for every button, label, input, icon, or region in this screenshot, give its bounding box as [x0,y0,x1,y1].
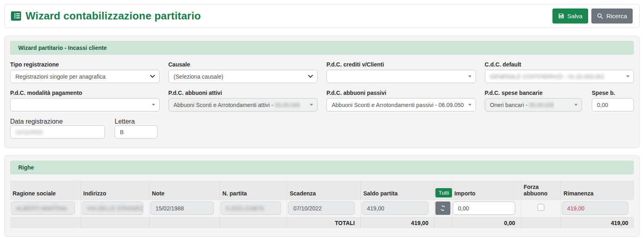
pdc-modalita-select[interactable] [10,98,160,111]
dropdown-triangle-icon [468,75,471,77]
col-saldo-partita: Saldo partita [360,181,434,200]
wizard-panel: Wizard partitario - Incassi cliente Tipo… [4,36,640,148]
tutti-button[interactable]: Tutti [435,188,452,197]
spese-b-label: Spese b. [592,90,634,96]
indirizzo-input: VIA DELLE STRANEZZE [82,202,143,215]
save-button[interactable]: Salva [552,9,589,24]
dropdown-triangle-icon [626,75,629,77]
dropdown-triangle-icon [310,104,313,106]
tipo-registrazione-label: Tipo registrazione [10,61,160,68]
pdc-abbuoni-passivi-select[interactable]: Abbuoni Sconti e Arrotondamenti passivi … [326,98,476,111]
totals-saldo-partita: 419,00 [360,218,434,229]
righe-panel-title: Righe [10,161,634,174]
totals-empty [149,218,220,229]
col-indirizzo: Indirizzo [81,181,149,200]
header-actions: Salva Ricerca [552,9,633,24]
cell-saldo-partita: 419,00 [360,200,434,218]
pdc-spese-bancarie-value: Oneri bancari - 06.06.026 [490,102,554,108]
wizard-form: Tipo registrazione Registrazioni singole… [10,61,634,139]
pdc-abbuoni-attivi-select[interactable]: Abbuoni Sconti e Arrotondamenti attivi -… [168,98,318,111]
rimanenza-input: 419,00 [562,202,628,215]
cell-scadenza: 07/10/2022 [287,200,361,218]
cell-ragione-sociale: ALBERTI MARTINA [10,200,81,218]
col-scadenza: Scadenza [287,181,361,200]
totals-empty [220,218,287,229]
causale-value: (Seleziona causale) [174,73,224,80]
form-row-3: Data registrazione 11/11/2022 Lettera B [10,118,634,139]
pdc-crediti-label: P.d.C. crediti v/Clienti [326,61,476,68]
lettera-label: Lettera [115,118,135,125]
cell-importo: 0,00 [452,200,521,218]
totals-empty [81,218,149,229]
totals-rimanenza: 419,00 [561,218,634,229]
righe-panel: Righe Ragione sociale Indirizzo Note N. … [4,155,640,237]
saldo-partita-input: 419,00 [362,202,429,215]
pdc-crediti-select[interactable] [326,70,476,83]
title-wrap: Wizard contabilizzazione partitario [11,10,201,22]
pdc-abbuoni-attivi-value: Abbuoni Sconti e Arrotondamenti attivi -… [174,102,300,108]
lettera-value: B [120,129,124,135]
cell-n-partita: 5.2022.019876 [220,200,287,218]
field-cdc-default: C.d.C. default GENERALE COSTI/SERVIZI - … [485,61,634,83]
page-title: Wizard contabilizzazione partitario [26,10,201,22]
n-partita-input: 5.2022.019876 [221,202,281,215]
causale-label: Causale [168,61,318,68]
causale-select[interactable]: (Seleziona causale) [168,70,318,83]
field-tipo-registrazione: Tipo registrazione Registrazioni singole… [10,61,160,83]
totals-empty [10,218,81,229]
col-importo: Importo [452,181,521,200]
dropdown-triangle-icon [468,104,471,106]
data-registrazione-label: Data registrazione [10,118,63,125]
totals-row: TOTALI 419,00 0,00 419,00 [10,218,634,229]
save-button-label: Salva [567,13,583,19]
note-input: 15/02/1988 [150,202,214,215]
pdc-spese-bancarie-select[interactable]: Oneri bancari - 06.06.026 [485,98,582,111]
search-button[interactable]: Ricerca [591,9,633,24]
spese-b-value: 0,00 [597,102,608,108]
totals-empty [434,218,452,229]
cell-note: 15/02/1988 [149,200,220,218]
dropdown-triangle-icon [574,104,578,106]
importo-input[interactable]: 0,00 [453,202,515,215]
cell-indirizzo: VIA DELLE STRANEZZE [81,200,149,218]
forza-abbuono-checkbox[interactable] [537,204,544,211]
tipo-registrazione-value: Registrazioni singole per anagrafica [15,73,106,80]
cdc-default-select[interactable]: GENERALE COSTI/SERVIZI - 01.02.003.001 [485,70,634,83]
col-tutti: Tutti [434,181,452,200]
col-rimanenza: Rimanenza [561,181,634,200]
field-pdc-modalita-pagamento: P.d.C. modalità pagamento [10,90,160,111]
field-causale: Causale (Seleziona causale) [168,61,318,83]
tipo-registrazione-select[interactable]: Registrazioni singole per anagrafica [10,70,160,83]
spese-b-input[interactable]: 0,00 [592,98,634,111]
chevron-down-icon [150,75,155,78]
refresh-row-button[interactable] [435,202,450,215]
cdc-default-value: GENERALE COSTI/SERVIZI - 01.02.003.001 [490,73,605,80]
field-spese-b: Spese b. 0,00 [592,90,634,111]
righe-table: Ragione sociale Indirizzo Note N. partit… [10,181,634,228]
search-icon [597,13,603,19]
cell-rimanenza: 419,00 [561,200,634,218]
field-pdc-abbuoni-passivi: P.d.C. abbuoni passivi Abbuoni Sconti e … [326,90,476,111]
ragione-sociale-input: ALBERTI MARTINA [11,202,75,215]
chevron-down-icon [308,75,313,78]
cell-refresh [434,200,452,218]
field-spese-bancarie-group: P.d.C. spese bancarie Oneri bancari - 06… [485,90,634,111]
pdc-modalita-label: P.d.C. modalità pagamento [10,90,160,96]
table-row: ALBERTI MARTINA VIA DELLE STRANEZZE 15/0… [10,200,634,218]
pdc-abbuoni-passivi-label: P.d.C. abbuoni passivi [326,90,476,96]
col-note: Note [149,181,220,200]
field-lettera: Lettera B [115,118,158,139]
lettera-input[interactable]: B [115,125,158,139]
data-registrazione-input[interactable]: 11/11/2022 [10,125,105,139]
pdc-abbuoni-attivi-label: P.d.C. abbuoni attivi [168,90,318,96]
col-ragione-sociale: Ragione sociale [10,181,81,200]
totals-empty [521,218,561,229]
pdc-abbuoni-passivi-value: Abbuoni Sconti e Arrotondamenti passivi … [332,102,464,108]
search-button-label: Ricerca [606,13,627,19]
data-registrazione-value: 11/11/2022 [15,129,43,135]
totals-importo: 0,00 [452,218,521,229]
page-header: Wizard contabilizzazione partitario Salv… [4,4,640,28]
refresh-icon [440,205,446,211]
scadenza-input: 07/10/2022 [288,202,355,215]
save-icon [558,13,564,19]
